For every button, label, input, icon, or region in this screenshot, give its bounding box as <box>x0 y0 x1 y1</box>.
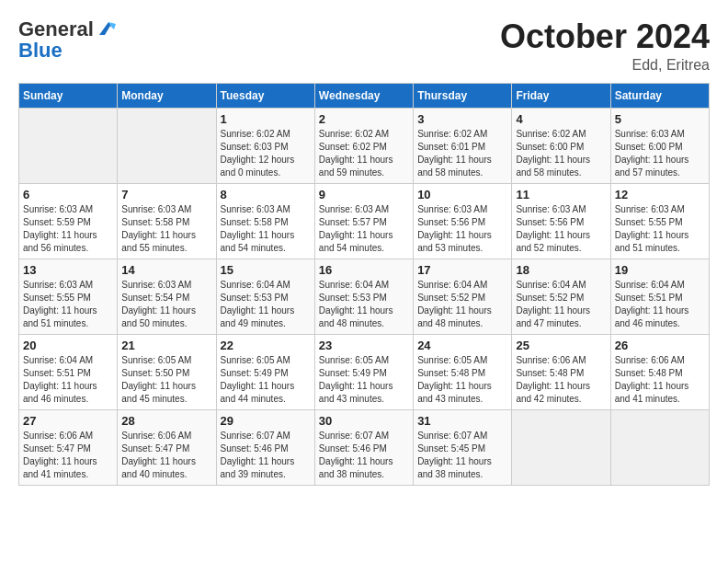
sunset-text: Sunset: 5:53 PM <box>221 292 311 304</box>
sunrise-text: Sunrise: 6:06 AM <box>516 354 606 367</box>
calendar-cell: 22Sunrise: 6:05 AMSunset: 5:49 PMDayligh… <box>216 334 314 409</box>
daylight-text: Daylight: 11 hours and 47 minutes. <box>516 304 606 330</box>
sunset-text: Sunset: 6:00 PM <box>615 141 705 154</box>
day-info: Sunrise: 6:02 AMSunset: 6:01 PMDaylight:… <box>417 128 507 179</box>
calendar-cell <box>19 108 118 183</box>
sunrise-text: Sunrise: 6:03 AM <box>615 203 705 216</box>
daylight-text: Daylight: 11 hours and 41 minutes. <box>615 380 705 406</box>
sunrise-text: Sunrise: 6:03 AM <box>221 203 311 216</box>
day-number: 22 <box>221 339 311 352</box>
daylight-text: Daylight: 11 hours and 49 minutes. <box>221 304 311 330</box>
col-wednesday: Wednesday <box>314 83 413 108</box>
sunset-text: Sunset: 5:48 PM <box>417 367 507 380</box>
sunrise-text: Sunrise: 6:03 AM <box>417 203 507 216</box>
day-info: Sunrise: 6:04 AMSunset: 5:51 PMDaylight:… <box>615 279 705 330</box>
calendar-cell <box>610 409 709 485</box>
sunrise-text: Sunrise: 6:05 AM <box>417 354 507 367</box>
day-number: 15 <box>221 263 311 277</box>
daylight-text: Daylight: 11 hours and 50 minutes. <box>121 304 211 330</box>
sunset-text: Sunset: 5:51 PM <box>23 367 113 380</box>
calendar-cell: 1Sunrise: 6:02 AMSunset: 6:03 PMDaylight… <box>216 108 314 183</box>
daylight-text: Daylight: 11 hours and 43 minutes. <box>319 380 409 406</box>
day-info: Sunrise: 6:05 AMSunset: 5:49 PMDaylight:… <box>319 354 409 406</box>
sunrise-text: Sunrise: 6:07 AM <box>417 430 507 442</box>
sunset-text: Sunset: 5:46 PM <box>221 442 311 455</box>
calendar-cell: 13Sunrise: 6:03 AMSunset: 5:55 PMDayligh… <box>19 259 118 334</box>
sunrise-text: Sunrise: 6:06 AM <box>121 430 211 442</box>
daylight-text: Daylight: 11 hours and 45 minutes. <box>121 380 211 406</box>
sunrise-text: Sunrise: 6:03 AM <box>121 203 211 216</box>
calendar-cell: 8Sunrise: 6:03 AMSunset: 5:58 PMDaylight… <box>216 183 314 259</box>
calendar-week-3: 13Sunrise: 6:03 AMSunset: 5:55 PMDayligh… <box>19 259 710 334</box>
day-info: Sunrise: 6:03 AMSunset: 5:59 PMDaylight:… <box>23 203 113 255</box>
daylight-text: Daylight: 11 hours and 51 minutes. <box>23 304 113 330</box>
sunset-text: Sunset: 5:55 PM <box>615 216 705 229</box>
sunset-text: Sunset: 5:54 PM <box>121 292 211 304</box>
daylight-text: Daylight: 11 hours and 39 minutes. <box>221 455 311 481</box>
daylight-text: Daylight: 11 hours and 59 minutes. <box>319 154 409 179</box>
day-info: Sunrise: 6:03 AMSunset: 5:55 PMDaylight:… <box>23 279 113 330</box>
calendar-cell <box>512 409 610 485</box>
sunrise-text: Sunrise: 6:03 AM <box>516 203 606 216</box>
day-number: 17 <box>417 263 507 277</box>
day-number: 12 <box>615 188 705 201</box>
day-info: Sunrise: 6:07 AMSunset: 5:45 PMDaylight:… <box>417 430 507 481</box>
header-row: Sunday Monday Tuesday Wednesday Thursday… <box>19 83 710 108</box>
daylight-text: Daylight: 11 hours and 58 minutes. <box>417 154 507 179</box>
day-info: Sunrise: 6:04 AMSunset: 5:52 PMDaylight:… <box>417 279 507 330</box>
calendar-cell: 14Sunrise: 6:03 AMSunset: 5:54 PMDayligh… <box>118 259 216 334</box>
day-number: 6 <box>23 188 113 201</box>
sunrise-text: Sunrise: 6:02 AM <box>221 128 311 141</box>
day-number: 21 <box>121 339 211 352</box>
calendar-cell: 19Sunrise: 6:04 AMSunset: 5:51 PMDayligh… <box>610 259 709 334</box>
day-info: Sunrise: 6:03 AMSunset: 5:56 PMDaylight:… <box>516 203 606 255</box>
daylight-text: Daylight: 11 hours and 43 minutes. <box>417 380 507 406</box>
sunrise-text: Sunrise: 6:02 AM <box>417 128 507 141</box>
sunrise-text: Sunrise: 6:03 AM <box>615 128 705 141</box>
day-number: 13 <box>23 263 113 277</box>
sunrise-text: Sunrise: 6:04 AM <box>615 279 705 292</box>
sunrise-text: Sunrise: 6:06 AM <box>23 430 113 442</box>
daylight-text: Daylight: 11 hours and 54 minutes. <box>319 229 409 255</box>
day-info: Sunrise: 6:03 AMSunset: 5:57 PMDaylight:… <box>319 203 409 255</box>
day-number: 3 <box>417 112 507 126</box>
day-number: 19 <box>615 263 705 277</box>
day-info: Sunrise: 6:02 AMSunset: 6:00 PMDaylight:… <box>516 128 606 179</box>
calendar-cell: 4Sunrise: 6:02 AMSunset: 6:00 PMDaylight… <box>512 108 610 183</box>
day-number: 14 <box>121 263 211 277</box>
day-info: Sunrise: 6:05 AMSunset: 5:50 PMDaylight:… <box>121 354 211 406</box>
day-number: 7 <box>121 188 211 201</box>
calendar-cell: 17Sunrise: 6:04 AMSunset: 5:52 PMDayligh… <box>414 259 512 334</box>
col-monday: Monday <box>118 83 216 108</box>
day-number: 16 <box>319 263 409 277</box>
sunrise-text: Sunrise: 6:04 AM <box>23 354 113 367</box>
day-number: 20 <box>23 339 113 352</box>
calendar-week-2: 6Sunrise: 6:03 AMSunset: 5:59 PMDaylight… <box>19 183 710 259</box>
sunrise-text: Sunrise: 6:07 AM <box>319 430 409 442</box>
sunset-text: Sunset: 5:48 PM <box>516 367 606 380</box>
location-subtitle: Edd, Eritrea <box>500 57 710 74</box>
calendar-cell: 28Sunrise: 6:06 AMSunset: 5:47 PMDayligh… <box>118 409 216 485</box>
day-number: 29 <box>221 414 311 428</box>
calendar-cell: 30Sunrise: 6:07 AMSunset: 5:46 PMDayligh… <box>314 409 413 485</box>
day-number: 26 <box>615 339 705 352</box>
calendar-cell: 27Sunrise: 6:06 AMSunset: 5:47 PMDayligh… <box>19 409 118 485</box>
daylight-text: Daylight: 11 hours and 58 minutes. <box>516 154 606 179</box>
day-info: Sunrise: 6:03 AMSunset: 5:56 PMDaylight:… <box>417 203 507 255</box>
calendar-week-4: 20Sunrise: 6:04 AMSunset: 5:51 PMDayligh… <box>19 334 710 409</box>
day-number: 28 <box>121 414 211 428</box>
calendar-cell: 5Sunrise: 6:03 AMSunset: 6:00 PMDaylight… <box>610 108 709 183</box>
sunrise-text: Sunrise: 6:03 AM <box>23 203 113 216</box>
day-number: 24 <box>417 339 507 352</box>
sunrise-text: Sunrise: 6:04 AM <box>516 279 606 292</box>
sunrise-text: Sunrise: 6:07 AM <box>221 430 311 442</box>
day-number: 8 <box>221 188 311 201</box>
sunset-text: Sunset: 5:49 PM <box>319 367 409 380</box>
sunset-text: Sunset: 6:03 PM <box>221 141 311 154</box>
calendar-cell: 10Sunrise: 6:03 AMSunset: 5:56 PMDayligh… <box>414 183 512 259</box>
month-title: October 2024 <box>500 18 710 55</box>
daylight-text: Daylight: 11 hours and 46 minutes. <box>615 304 705 330</box>
sunrise-text: Sunrise: 6:02 AM <box>319 128 409 141</box>
day-info: Sunrise: 6:06 AMSunset: 5:47 PMDaylight:… <box>23 430 113 481</box>
calendar-cell: 7Sunrise: 6:03 AMSunset: 5:58 PMDaylight… <box>118 183 216 259</box>
